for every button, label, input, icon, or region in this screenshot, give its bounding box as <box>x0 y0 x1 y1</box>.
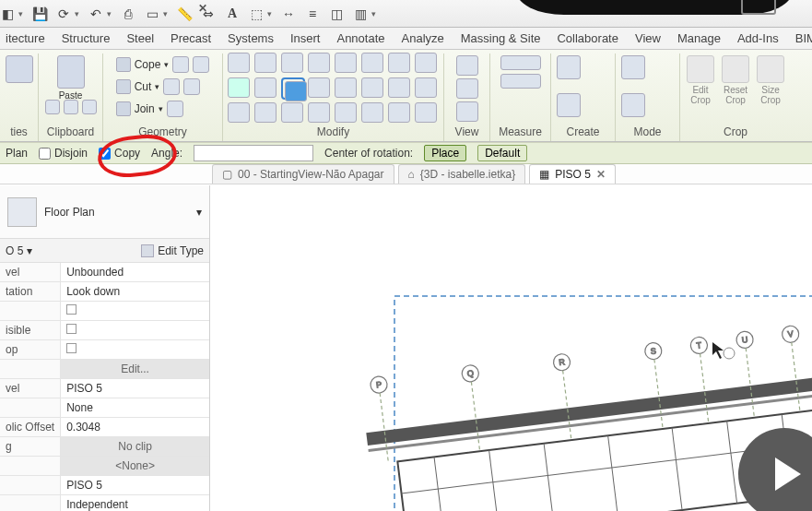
unpin-tool[interactable] <box>388 77 410 98</box>
scale-tool[interactable] <box>335 77 357 98</box>
measure-tool-2[interactable] <box>500 74 541 89</box>
match-icon[interactable] <box>82 100 97 114</box>
property-row[interactable]: <None> <box>0 457 209 476</box>
property-row[interactable]: isible <box>0 321 209 340</box>
tab-massing[interactable]: Massing & Site <box>461 31 541 45</box>
cut-button[interactable]: Cut ▾ <box>114 77 203 96</box>
property-row[interactable]: gNo clip <box>0 437 209 457</box>
view-tool-1[interactable] <box>456 55 478 76</box>
property-row[interactable]: None <box>0 398 209 418</box>
group7-tool[interactable] <box>388 102 410 123</box>
tab-manage[interactable]: Manage <box>677 31 721 45</box>
create-tool-1[interactable] <box>557 55 581 79</box>
edit-type-button[interactable]: Edit Type <box>141 244 204 257</box>
print-icon[interactable]: ⎙ <box>121 6 135 21</box>
mode-tool-1[interactable] <box>621 55 645 79</box>
paste-button[interactable]: Paste <box>56 55 86 105</box>
property-row[interactable]: PISO 5 <box>0 476 209 495</box>
trim-tool[interactable] <box>361 53 383 73</box>
corner-tool[interactable] <box>415 53 437 73</box>
cut-icon[interactable] <box>45 100 60 114</box>
close-tab-icon[interactable]: ✕ <box>596 168 606 181</box>
group2-tool[interactable] <box>254 102 277 123</box>
measure-icon[interactable]: 📏 <box>177 6 192 21</box>
tab-architecture[interactable]: itecture <box>6 31 45 45</box>
tab-annotate[interactable]: Annotate <box>336 31 384 45</box>
property-row[interactable]: Independent <box>0 495 209 511</box>
dim-icon[interactable]: ⬚ <box>249 6 264 21</box>
offset-tool[interactable] <box>254 53 277 73</box>
open-icon[interactable]: ▭ <box>145 6 159 21</box>
create-tool-2[interactable] <box>557 93 581 117</box>
move-tool[interactable] <box>228 77 250 98</box>
undo-icon[interactable]: ↶ <box>88 6 103 21</box>
group3-tool[interactable] <box>281 102 303 123</box>
copy-tool[interactable] <box>254 77 277 98</box>
close-panel-icon[interactable]: ✕ <box>198 2 207 15</box>
chevron-down-icon[interactable]: ▾ <box>196 206 202 219</box>
type-selector[interactable]: Floor Plan <box>7 197 95 227</box>
property-row[interactable]: olic Offset0.3048 <box>0 418 209 437</box>
edit-crop-button[interactable]: Edit Crop <box>686 55 715 105</box>
sync-icon[interactable]: ⟳ <box>56 6 71 21</box>
property-row[interactable]: op <box>0 340 209 360</box>
mirror-pick-tool[interactable] <box>281 53 303 73</box>
align-tool[interactable] <box>228 53 250 73</box>
switch-win-icon[interactable]: ▥ <box>353 6 368 21</box>
view-tab-starting[interactable]: ▢ 00 - StartingView-Não Apagar <box>212 164 394 184</box>
view-tab-piso5[interactable]: ▦ PISO 5 ✕ <box>529 164 616 184</box>
group5-tool[interactable] <box>335 102 357 123</box>
size-crop-button[interactable]: Size Crop <box>756 55 785 105</box>
mode-tool-2[interactable] <box>621 93 645 117</box>
measure-tool-1[interactable] <box>500 55 541 70</box>
text-icon[interactable]: A <box>225 6 240 21</box>
view-tool-3[interactable] <box>456 101 478 122</box>
reset-crop-button[interactable]: Reset Crop <box>721 55 750 105</box>
thin-lines-icon[interactable]: ≡ <box>305 6 320 21</box>
default-button[interactable]: Default <box>477 145 527 161</box>
split-tool[interactable] <box>335 53 357 73</box>
property-row[interactable]: tationLook down <box>0 282 209 302</box>
close-hidden-icon[interactable]: ◫ <box>329 6 344 21</box>
tab-view[interactable]: View <box>635 31 661 45</box>
property-row[interactable]: velUnbounded <box>0 263 209 282</box>
join-button[interactable]: Join ▾ <box>114 100 185 118</box>
app-menu-icon[interactable]: ◧ <box>0 6 15 21</box>
tab-bimcollab[interactable]: BIMcollab <box>795 31 812 45</box>
tab-analyze[interactable]: Analyze <box>402 31 444 45</box>
cope-button[interactable]: Cope ▾ <box>114 55 212 74</box>
view-tool-2[interactable] <box>456 78 478 99</box>
save-icon[interactable]: 💾 <box>32 6 47 21</box>
tab-insert[interactable]: Insert <box>290 31 321 45</box>
disjoin-checkbox[interactable]: Disjoin <box>39 147 88 160</box>
property-row[interactable] <box>0 302 209 321</box>
section-icon[interactable]: ↔ <box>281 6 296 21</box>
rotate-tool[interactable] <box>281 77 305 100</box>
extend-tool[interactable] <box>388 53 410 73</box>
tab-systems[interactable]: Systems <box>228 31 274 45</box>
tab-collaborate[interactable]: Collaborate <box>557 31 618 45</box>
delete-tool[interactable] <box>415 77 437 98</box>
array-tool[interactable] <box>308 77 330 98</box>
view-tab-3d[interactable]: ⌂ {3D - isabelle.ietka} <box>398 164 526 184</box>
tab-structure[interactable]: Structure <box>62 31 111 45</box>
pin-tool[interactable] <box>361 77 383 98</box>
angle-input[interactable] <box>194 145 313 161</box>
group6-tool[interactable] <box>361 102 383 123</box>
place-button[interactable]: Place <box>424 145 466 161</box>
group1-tool[interactable] <box>228 102 250 123</box>
group4-tool[interactable] <box>308 102 330 123</box>
svg-rect-3 <box>368 391 812 452</box>
properties-button[interactable] <box>5 55 34 105</box>
property-row[interactable]: Edit... <box>0 360 209 379</box>
group8-tool[interactable] <box>415 102 437 123</box>
tab-steel[interactable]: Steel <box>126 31 154 45</box>
drawing-area[interactable]: PQRSTUVW <box>210 185 812 511</box>
copy-icon[interactable] <box>64 100 78 114</box>
property-row[interactable]: velPISO 5 <box>0 379 209 398</box>
copy-checkbox[interactable]: Copy <box>99 147 140 160</box>
instance-dropdown[interactable]: O 5 ▾ <box>6 244 32 257</box>
mirror-draw-tool[interactable] <box>308 53 330 73</box>
tab-addins[interactable]: Add-Ins <box>737 31 779 45</box>
tab-precast[interactable]: Precast <box>171 31 211 45</box>
